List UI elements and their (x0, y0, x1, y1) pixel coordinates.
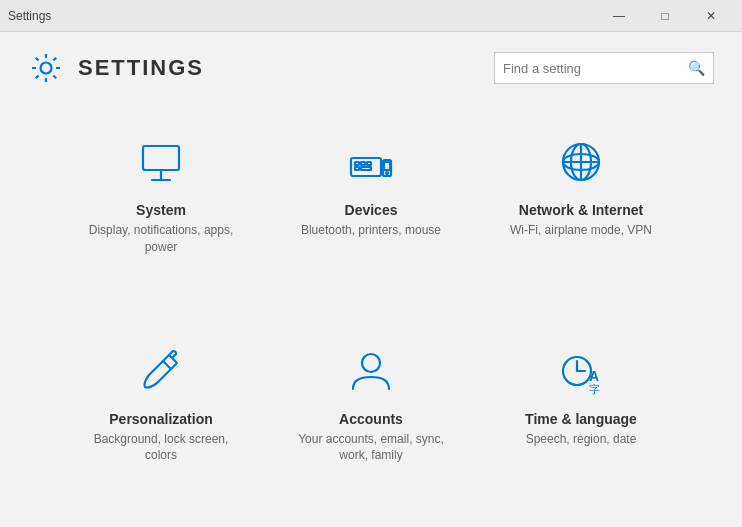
network-desc: Wi-Fi, airplane mode, VPN (510, 222, 652, 239)
svg-line-18 (163, 361, 171, 369)
devices-icon (341, 132, 401, 192)
title-bar-left: Settings (8, 9, 51, 23)
svg-rect-8 (355, 167, 359, 170)
search-box[interactable]: 🔍 (494, 52, 714, 84)
minimize-button[interactable]: — (596, 0, 642, 32)
gear-icon (28, 50, 64, 86)
header-left: SETTINGS (28, 50, 204, 86)
settings-item-network[interactable]: Network & Internet Wi-Fi, airplane mode,… (480, 108, 682, 309)
accounts-desc: Your accounts, email, sync, work, family (286, 431, 456, 465)
svg-point-19 (362, 354, 380, 372)
svg-rect-5 (355, 162, 359, 165)
settings-item-accounts[interactable]: Accounts Your accounts, email, sync, wor… (270, 317, 472, 518)
search-input[interactable] (503, 61, 688, 76)
settings-item-time[interactable]: A 字 Time & language Speech, region, date (480, 317, 682, 518)
settings-title: SETTINGS (78, 55, 204, 81)
svg-text:字: 字 (589, 383, 600, 395)
title-bar: Settings — □ ✕ (0, 0, 742, 32)
svg-text:A: A (589, 368, 599, 384)
personalization-desc: Background, lock screen, colors (76, 431, 246, 465)
personalization-icon (131, 341, 191, 401)
accounts-icon (341, 341, 401, 401)
network-icon (551, 132, 611, 192)
time-icon: A 字 (551, 341, 611, 401)
title-bar-controls: — □ ✕ (596, 0, 734, 32)
system-title: System (136, 202, 186, 218)
main-content: SETTINGS 🔍 System Display, notifications… (0, 32, 742, 527)
network-title: Network & Internet (519, 202, 643, 218)
svg-rect-12 (384, 162, 390, 170)
svg-rect-1 (143, 146, 179, 170)
personalization-title: Personalization (109, 411, 212, 427)
title-bar-label: Settings (8, 9, 51, 23)
settings-grid: System Display, notifications, apps, pow… (0, 98, 742, 527)
settings-item-devices[interactable]: Devices Bluetooth, printers, mouse (270, 108, 472, 309)
time-desc: Speech, region, date (526, 431, 637, 448)
maximize-button[interactable]: □ (642, 0, 688, 32)
time-title: Time & language (525, 411, 637, 427)
system-desc: Display, notifications, apps, power (76, 222, 246, 256)
system-icon (131, 132, 191, 192)
devices-desc: Bluetooth, printers, mouse (301, 222, 441, 239)
svg-rect-7 (367, 162, 371, 165)
close-button[interactable]: ✕ (688, 0, 734, 32)
svg-rect-9 (361, 167, 371, 170)
accounts-title: Accounts (339, 411, 403, 427)
settings-item-system[interactable]: System Display, notifications, apps, pow… (60, 108, 262, 309)
search-icon: 🔍 (688, 60, 705, 76)
devices-title: Devices (345, 202, 398, 218)
settings-item-personalization[interactable]: Personalization Background, lock screen,… (60, 317, 262, 518)
svg-rect-6 (361, 162, 365, 165)
svg-point-0 (41, 63, 52, 74)
svg-point-11 (386, 172, 388, 174)
header: SETTINGS 🔍 (0, 32, 742, 98)
